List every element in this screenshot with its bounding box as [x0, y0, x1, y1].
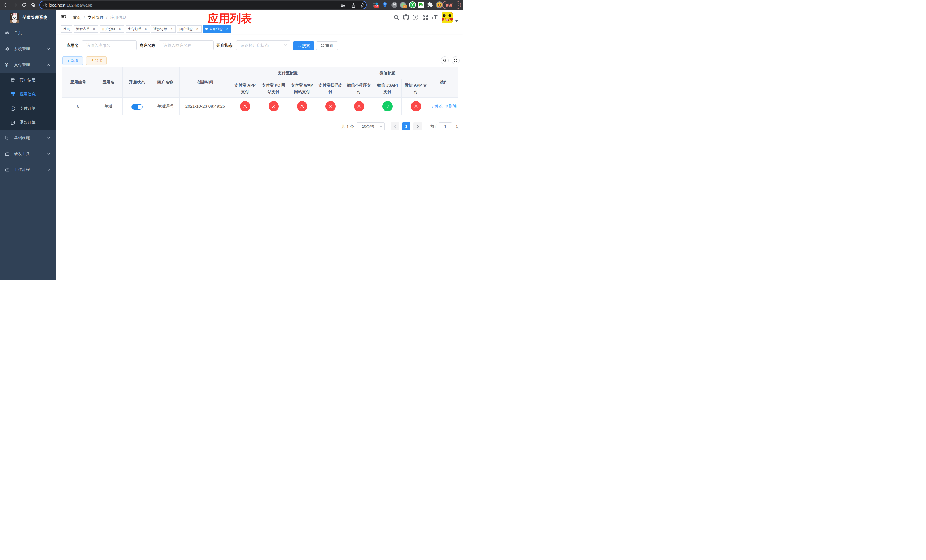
svg-text:¥: ¥ [12, 107, 14, 110]
